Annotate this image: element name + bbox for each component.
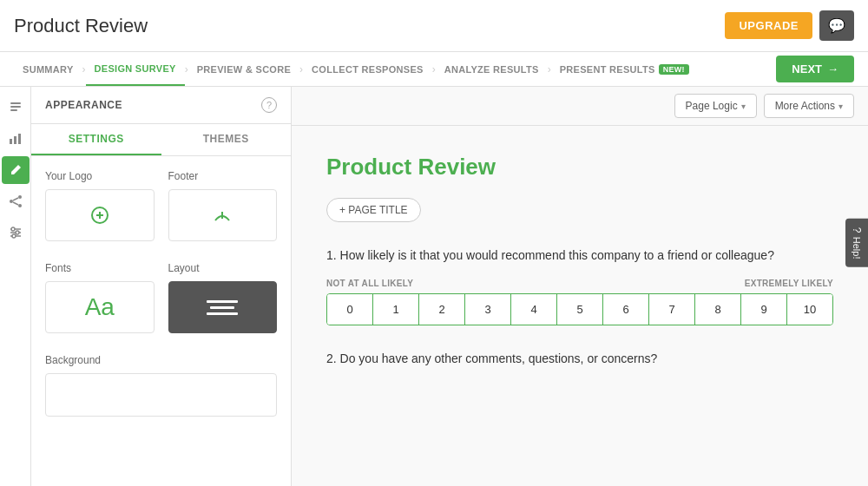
fonts-layout-row: Fonts Aa Layout [45, 262, 277, 333]
upgrade-button[interactable]: UPGRADE [725, 12, 812, 39]
fonts-label: Fonts [45, 262, 155, 274]
page-logic-button[interactable]: Page Logic ▾ [674, 94, 757, 118]
more-actions-button[interactable]: More Actions ▾ [764, 94, 854, 118]
scale-cell-6[interactable]: 6 [603, 294, 649, 325]
footer-upload[interactable] [168, 189, 278, 241]
svg-rect-2 [10, 109, 17, 111]
help-button[interactable]: ? Help! [845, 219, 868, 267]
nav-item-collect[interactable]: COLLECT RESPONSES [303, 52, 432, 86]
svg-rect-0 [10, 102, 21, 104]
icon-bar-survey[interactable] [2, 94, 30, 122]
icon-bar-adjust[interactable] [2, 219, 30, 246]
scale-cell-9[interactable]: 9 [741, 294, 787, 325]
icon-bar-edit[interactable] [2, 156, 30, 184]
question-1-text: 1. How likely is it that you would recom… [326, 246, 833, 265]
svg-rect-5 [18, 134, 21, 144]
background-preview[interactable] [45, 373, 277, 417]
sidebar-content: Your Logo Footer Fonts Aa [31, 156, 291, 444]
survey-title: Product Review [326, 154, 833, 181]
more-actions-arrow: ▾ [838, 102, 843, 111]
nav-bar: SUMMARY › DESIGN SURVEY › PREVIEW & SCOR… [0, 52, 868, 87]
background-label: Background [45, 354, 277, 366]
body: APPEARANCE ? SETTINGS THEMES Your Logo F… [0, 87, 868, 486]
background-section: Background [45, 354, 277, 417]
tab-settings[interactable]: SETTINGS [31, 124, 161, 155]
question-2-text: 2. Do you have any other comments, quest… [326, 350, 833, 368]
header: Product Review UPGRADE 💬 [0, 0, 868, 52]
layout-label: Layout [168, 262, 278, 274]
logo-footer-row: Your Logo Footer [45, 170, 277, 241]
svg-line-9 [13, 198, 18, 200]
app-title: Product Review [14, 15, 148, 37]
nav-item-analyze[interactable]: ANALYZE RESULTS [436, 52, 548, 86]
svg-point-6 [10, 200, 13, 203]
svg-point-16 [12, 234, 16, 238]
tab-themes[interactable]: THEMES [161, 124, 292, 155]
survey-content: Product Review + PAGE TITLE 1. How likel… [292, 126, 868, 420]
page-title-button[interactable]: + PAGE TITLE [326, 198, 421, 222]
sidebar-help-icon[interactable]: ? [261, 97, 277, 113]
fonts-picker[interactable]: Aa [45, 281, 155, 333]
scale-cell-0[interactable]: 0 [327, 294, 373, 325]
fonts-section: Fonts Aa [45, 262, 155, 333]
next-button[interactable]: NEXT → [776, 56, 854, 82]
footer-label: Footer [168, 170, 278, 182]
scale-labels: NOT AT ALL LIKELY EXTREMELY LIKELY [326, 279, 833, 288]
svg-rect-3 [10, 139, 12, 144]
sidebar-header: APPEARANCE ? [31, 87, 291, 124]
scale-cell-1[interactable]: 1 [373, 294, 419, 325]
svg-rect-1 [10, 106, 21, 108]
scale-cell-8[interactable]: 8 [695, 294, 741, 325]
scale-row: 012345678910 [326, 293, 833, 325]
layout-picker[interactable] [168, 281, 278, 333]
main-toolbar: Page Logic ▾ More Actions ▾ [292, 87, 868, 126]
logo-upload[interactable] [45, 189, 155, 241]
svg-rect-4 [14, 136, 16, 144]
page-logic-arrow: ▾ [741, 102, 746, 111]
icon-bar [0, 87, 31, 486]
nav-item-preview[interactable]: PREVIEW & SCORE [188, 52, 299, 86]
scale-cell-3[interactable]: 3 [465, 294, 511, 325]
scale-cell-2[interactable]: 2 [419, 294, 465, 325]
layout-section: Layout [168, 262, 278, 333]
svg-point-14 [16, 231, 19, 234]
scale-cell-10[interactable]: 10 [787, 294, 832, 325]
svg-point-7 [18, 195, 22, 199]
sidebar: APPEARANCE ? SETTINGS THEMES Your Logo F… [31, 87, 292, 486]
scale-cell-5[interactable]: 5 [557, 294, 603, 325]
header-actions: UPGRADE 💬 [725, 10, 854, 41]
help-icon: ? [851, 227, 863, 233]
icon-bar-stats[interactable] [2, 125, 30, 153]
logo-section: Your Logo [45, 170, 155, 241]
svg-point-8 [18, 204, 22, 207]
svg-point-12 [11, 227, 15, 231]
svg-line-10 [13, 202, 18, 205]
question-1-block: 1. How likely is it that you would recom… [326, 246, 833, 325]
logo-label: Your Logo [45, 170, 155, 182]
sidebar-title: APPEARANCE [45, 99, 122, 111]
sidebar-tabs: SETTINGS THEMES [31, 124, 291, 156]
footer-section: Footer [168, 170, 278, 241]
question-2-block: 2. Do you have any other comments, quest… [326, 350, 833, 368]
main-area: Page Logic ▾ More Actions ▾ Product Revi… [292, 87, 868, 486]
nav-item-design[interactable]: DESIGN SURVEY [86, 52, 185, 86]
new-badge: NEW! [659, 64, 689, 75]
scale-cell-7[interactable]: 7 [649, 294, 695, 325]
icon-bar-connect[interactable] [2, 187, 30, 215]
chat-button[interactable]: 💬 [819, 10, 854, 41]
nav-item-present[interactable]: PRESENT RESULTS NEW! [551, 52, 698, 86]
scale-cell-4[interactable]: 4 [511, 294, 557, 325]
nav-item-summary[interactable]: SUMMARY [14, 52, 82, 86]
